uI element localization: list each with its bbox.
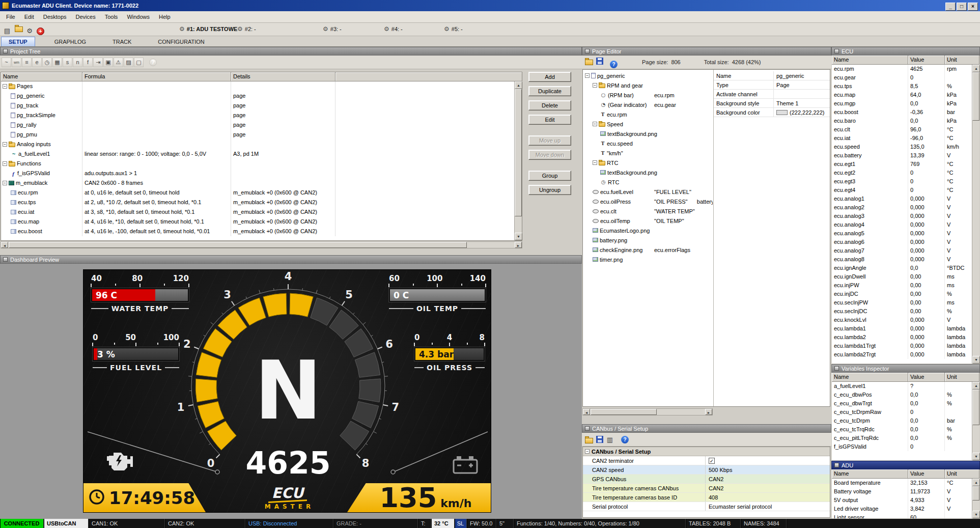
value-row[interactable]: Battery voltage11,9723V	[832, 487, 972, 496]
value-row[interactable]: a_fuelLevel1?	[832, 382, 972, 391]
value-row[interactable]: ecu.rpm4625rpm	[832, 65, 972, 73]
value-row[interactable]: Light sensor60	[832, 513, 972, 518]
menu-desktops[interactable]: Desktops	[39, 13, 71, 21]
value-row[interactable]: c_ecu_tcDrpm0,0bar	[832, 416, 972, 425]
canbus-setting-row[interactable]: GPS CANbusCAN2	[583, 475, 830, 484]
duplicate-button[interactable]: Duplicate	[528, 86, 571, 96]
scroll-up-button[interactable]: ▲	[972, 382, 980, 390]
value-row[interactable]: ecu.ignAngle0,0°BTDC	[832, 264, 972, 272]
page-tree-row[interactable]: ecu.clt"WATER TEMP"	[583, 206, 713, 216]
scroll-left-button[interactable]: ◄	[583, 409, 590, 415]
value-row[interactable]: ecu.ignDwell0,00ms	[832, 272, 972, 281]
value-row[interactable]: ecu.injDC0,00%	[832, 290, 972, 298]
pwm-tool-icon[interactable]: wm	[12, 58, 21, 67]
value-row[interactable]: ecu.analog60,000V	[832, 238, 972, 246]
tab-setup[interactable]: SETUP	[1, 37, 35, 46]
group-button[interactable]: Group	[528, 171, 571, 181]
scrollbar-thumb[interactable]	[972, 390, 979, 425]
value-row[interactable]: c_ecu_dbwPos0,0%	[832, 391, 972, 399]
tree-row[interactable]: ecu.iatat 3, s8, *10, default set 0, tim…	[1, 207, 514, 217]
move-up-button[interactable]: Move up	[528, 135, 571, 146]
value-row[interactable]: ecu.analog70,000V	[832, 246, 972, 255]
page-tree-row[interactable]: ecu.oilPress"OIL PRESS" battery	[583, 197, 713, 206]
page-tree-row[interactable]: −RPM and gear	[583, 80, 713, 90]
help-icon[interactable]: ?	[621, 436, 629, 443]
scroll-right-button[interactable]: ►	[705, 409, 712, 415]
column-header[interactable]: Name	[1, 72, 82, 81]
scroll-down-button[interactable]: ▼	[972, 356, 980, 364]
value-row[interactable]: ecu.analog80,000V	[832, 255, 972, 264]
maximize-button[interactable]: □	[957, 3, 967, 11]
scroll-down-button[interactable]: ▼	[515, 233, 522, 240]
color-swatch[interactable]	[776, 110, 788, 115]
digital-input-tool-icon[interactable]: ≡	[22, 58, 32, 67]
column-header[interactable]: Value	[908, 469, 945, 479]
value-row[interactable]: ecu.battery13,39V	[832, 151, 972, 160]
menu-windows[interactable]: Windows	[123, 13, 154, 21]
tree-row[interactable]: pg_trackSimplepage	[1, 110, 514, 120]
value-row[interactable]: ecu.knockLvl0,000V	[832, 316, 972, 324]
form-icon[interactable]: ▥	[605, 434, 615, 444]
project-tree-vscrollbar[interactable]: ▲▼	[514, 81, 522, 240]
page-tree-row[interactable]: checkEngine.pngecu.errorFlags	[583, 245, 713, 255]
page-tree-row[interactable]: textBackground.png	[583, 129, 713, 138]
help-icon[interactable]: ?	[610, 61, 618, 68]
value-row[interactable]: c_ecu_pitLTrqRdc0,0%	[832, 434, 972, 442]
scrollbar-thumb[interactable]	[972, 72, 979, 121]
page-tree-row[interactable]: ecu.fuelLevel"FUEL LEVEL"	[583, 187, 713, 197]
tab-track[interactable]: TRACK	[105, 37, 138, 46]
value-row[interactable]: c_ecu_dbwTrgt0,0%	[832, 399, 972, 408]
value-row[interactable]: ecu.lambda20,000lambda	[832, 333, 972, 342]
page-tree-row[interactable]: battery.png	[583, 235, 713, 245]
canbus-setting-row[interactable]: Serial protocolEcumaster serial protocol	[583, 502, 830, 511]
value-row[interactable]: ecu.analog50,000V	[832, 229, 972, 238]
value-row[interactable]: 5V output4,933V	[832, 496, 972, 505]
tree-row[interactable]: −m_emublackCAN2 0x600 - 8 frames	[1, 178, 514, 188]
analog-input-tool-icon[interactable]: ~	[2, 58, 11, 67]
device-tab-4[interactable]: ⚙#4: -	[384, 25, 403, 33]
tree-expander-icon[interactable]: −	[593, 122, 597, 126]
tree-row[interactable]: ecu.mapat 4, u16 le, *10, default set 0,…	[1, 217, 514, 227]
column-header[interactable]: Unit	[945, 373, 979, 382]
scroll-up-button[interactable]: ▲	[972, 65, 980, 72]
number-tool-icon[interactable]: n	[73, 58, 82, 67]
page-tree-row[interactable]: Tecu.rpm	[583, 109, 713, 119]
open-icon[interactable]	[583, 56, 594, 66]
delete-button[interactable]: Delete	[528, 100, 571, 110]
property-row[interactable]: Background styleTheme 1	[714, 99, 830, 108]
menu-file[interactable]: File	[2, 13, 19, 21]
page-tree-row[interactable]: −pg_generic	[583, 71, 713, 80]
ungroup-button[interactable]: Ungroup	[528, 185, 571, 195]
scroll-right-button[interactable]: ►	[515, 242, 522, 248]
settings-icon[interactable]: ⚙	[24, 25, 35, 36]
canbus-setting-row[interactable]: Tire temperature cameras base ID408	[583, 493, 830, 502]
page-tree-row[interactable]: T"km/h"	[583, 148, 713, 158]
value-row[interactable]: ecu.iat-96,0°C	[832, 134, 972, 143]
tree-expander-icon[interactable]: −	[593, 160, 597, 165]
canbus-section-header[interactable]: −CANbus / Serial Setup	[583, 447, 830, 456]
value-row[interactable]: Led driver voltage3,842V	[832, 505, 972, 513]
page-editor-hscrollbar[interactable]: ◄►	[582, 408, 713, 415]
page-tree-row[interactable]: EcumasterLogo.png	[583, 226, 713, 235]
value-row[interactable]: ecu.clt96,0°C	[832, 125, 972, 134]
close-button[interactable]: ×	[968, 3, 978, 11]
scroll-up-button[interactable]: ▲	[515, 81, 522, 89]
desktops-icon[interactable]: ▤	[2, 25, 12, 36]
adu-vscrollbar[interactable]: ▲▼	[972, 479, 979, 518]
value-row[interactable]: ecu.egt30°C	[832, 177, 972, 186]
value-row[interactable]: ecu.analog30,000V	[832, 212, 972, 220]
device-tab-3[interactable]: ⚙#3: -	[323, 25, 342, 33]
menu-devices[interactable]: Devices	[72, 13, 100, 21]
group-tool-icon[interactable]: ▢	[134, 58, 144, 67]
menu-tools[interactable]: Tools	[101, 13, 122, 21]
value-row[interactable]: ecu.map64,0kPa	[832, 91, 972, 99]
canbus-setting-row[interactable]: CAN2 speed500 Kbps	[583, 465, 830, 475]
column-header[interactable]: Value	[908, 55, 945, 65]
tab-configuration[interactable]: CONFIGURATION	[151, 37, 211, 46]
value-row[interactable]: ecu.injPW0,00ms	[832, 281, 972, 290]
tree-expander-icon[interactable]: −	[3, 142, 7, 147]
value-row[interactable]: ecu.lambda10,000lambda	[832, 324, 972, 333]
value-row[interactable]: ecu.mgp0,0kPa	[832, 99, 972, 108]
ecu-vscrollbar[interactable]: ▲▼	[972, 65, 979, 364]
timer-tool-icon[interactable]: ◷	[42, 58, 52, 67]
